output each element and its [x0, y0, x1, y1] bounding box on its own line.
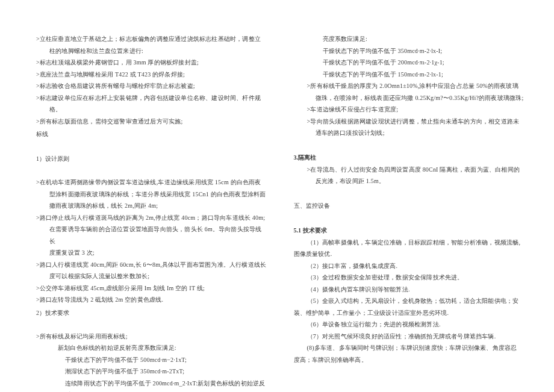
text-line: 柱的地脚螺栓和法兰盘位置来进行: [36, 45, 267, 57]
text-line: 微珠，在喷涂时，标线表面还应均撒 0.25Kg/m?〜0.35Kg/Hi?的雨夜… [294, 92, 524, 104]
text-line: >立柱应垂直地立于基础之上；标志板偏角的调整应通过浇筑标志柱基础时，调整立 [36, 33, 267, 45]
text-line: >车道边缘线不应侵占行车道宽度; [294, 104, 524, 116]
text-line: （3）全过程数据安全加密处理，数据安全保障技术先进。 [294, 272, 524, 284]
spacer [294, 187, 524, 199]
text-line: 反光漆，布设间距 1.5m。 [294, 175, 524, 187]
text-line: 度可以根据实际人流量以整米数加长; [36, 270, 267, 282]
text-line: （7）对光照气候环境良好的适应性；准确抓拍无牌或者号牌遮挡车辆. [294, 331, 524, 343]
section-heading-markline: 标线 [36, 127, 267, 140]
text-line: >底座法兰盘与地脚螺栓采用 T422 或 T423 的焊条焊接; [36, 69, 267, 81]
section-heading-tech: 2）技术要求 [36, 306, 267, 319]
section-heading-monitor: 五、监控设备 [294, 199, 524, 212]
spacer [294, 139, 524, 151]
text-line: >标志建设单位应在标志杆上安装铭牌，内容包括建设单位名称、建设时间、杆件规 [36, 92, 267, 104]
text-line: （5）全嵌入式结构，无风扇设计，全机身散热；低功耗，适合太阳能供电；安 [294, 295, 524, 307]
text-line: >标志验收合格后建议将所有螺母与螺栓焊牢防止标志被盗; [36, 80, 267, 92]
text-line: 度重复设置 3 次; [36, 247, 267, 259]
text-line: （2）接口丰富，摄像机集成度高. [294, 260, 524, 272]
text-line: >所有标线干燥后的厚度为 2.0Omn1±10%,涂料中应混合占总量 50%的雨… [294, 80, 524, 92]
text-line: 格。 [36, 104, 267, 116]
text-line: 干燥状态下的平均值不低于 150mcd∙m-2∙lx-1; [294, 69, 524, 81]
text-line: >公交停车港标线宽 45cm,虚线部分采用 Im 划线 Im 空的 IT 线; [36, 282, 267, 294]
text-line: >所有标志版面信息，需待交巡警审查通过后方可实施; [36, 116, 267, 128]
text-line: 新划白色标线的初始逆反射亮度系数应满足: [36, 342, 267, 354]
text-line: （6）单设备独立运行能力；先进的视频检测算法. [294, 319, 524, 331]
text-line: >路口左转导流线为 2 砥划线 2m 空的黄色虚线. [36, 294, 267, 306]
text-line: （4）摄像机内置车牌识别等智能算法. [294, 284, 524, 296]
text-line: 在需要诱导车辆前的合适位置设置地面导向箭头，箭头长 6m。导向箭头按导线长 [36, 223, 267, 247]
text-line: 装、维护简单，工作量小；工业级设计适应室外恶劣环境. [294, 307, 524, 319]
text-line: 干燥状态下的平均值不低于 200mcd∙πι-2∙1χ-1; [294, 57, 524, 69]
text-line: 潮湿状态下的平均值不低于 350mcd∙m-2TxT; [36, 366, 267, 378]
left-column: >立柱应垂直地立于基础之上；标志板偏角的调整应通过浇筑标志柱基础时，调整立 柱的… [36, 33, 267, 368]
text-line: >所有标线及标记均采用雨夜标线; [36, 331, 267, 343]
text-line: >导向箭头须根据路网建设现状进行调整，禁止指向未通车的方向，相交道路未 [294, 116, 524, 128]
text-line: 连续降雨状态下的平均值不低于 200mcd∙m_2∙IxT:新划黄色标线的初始逆… [36, 378, 267, 393]
text-line: 通车的路口须按设计划线; [294, 127, 524, 139]
spacer [36, 140, 267, 152]
section-heading-design: 1）设计原则 [36, 152, 267, 165]
text-line: 撒雨夜玻璃珠的标线，线长 2m,间距 4m; [36, 200, 267, 212]
text-line: >路口停止线与人行横道斑马线的距离为 2m,停止线宽 40cm；路口导向车道线长… [36, 212, 267, 224]
text-line: 图像质量较优. [294, 248, 524, 260]
text-line: 干燥状态下的平均值不低于 500mcd∙m−2∙1xT; [36, 354, 267, 366]
text-line: 干燥状态下的平均值不低于 350mcd∙m-2∙lx-I; [294, 45, 524, 57]
text-line: 亮度系数应满足: [294, 33, 524, 45]
spacer [294, 212, 524, 224]
spacer [36, 165, 267, 177]
right-column: 亮度系数应满足: 干燥状态下的平均值不低于 350mcd∙m-2∙lx-I; 干… [294, 33, 524, 368]
text-line: >在机动车道两侧路缘带内侧设置车道边缘线,车道边缘线采用线宽 15cm 的白色雨… [36, 176, 267, 188]
section-heading-techreq: 5.1 技术要求 [294, 223, 524, 237]
section-heading-barrier: 3.隔离柱 [294, 151, 524, 164]
spacer [36, 319, 267, 331]
text-line: >路口人行横道线宽 40cm,间距 60cm,长 6〜8m,具体以平面布置图为准… [36, 259, 267, 271]
text-line: >标志柱顶端及横梁外露钢管口，用 3mm 厚的钢板焊接封盖; [36, 57, 267, 69]
text-line: 型涂料面撒雨夜玻璃珠的标线；车道分界线采用线宽 15Cn1 的白色雨夜型涂料面 [36, 188, 267, 201]
text-line: (8)多车道、多车辆同时号牌识别；车牌识别速度快；车牌识别像素、角度容忍 [294, 342, 524, 354]
text-line: 度高；车牌识别准确率高。 [294, 354, 524, 366]
text-line: （1）高帧率摄像机，车辆定位准确，目标跟踪精细，智能分析准确，视频流畅, [294, 237, 524, 249]
text-line: >在导流岛、行人过街安全岛四周设置高度 80CnI 隔离柱，表面为蓝、白相间的 [294, 164, 524, 176]
